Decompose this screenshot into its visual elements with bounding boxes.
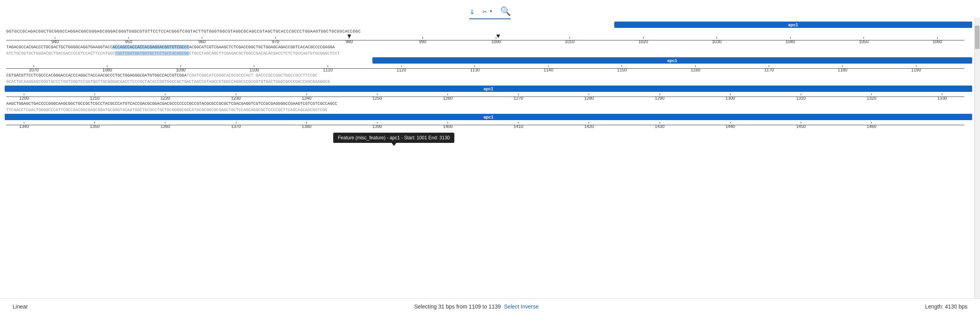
seq-text-row2-top: CGTGACGTTCCTCGCCCACGGGACCACCCAGGCTACCAAC… — [5, 72, 972, 78]
seq-text-row3-top: AAGCTGGAGCTGACCCCGGGCAAGCGGCTGCCGCTCGCCT… — [5, 100, 972, 107]
ruler-row-4: 1340 1350 1360 1370 1380 1390 1400 1410 … — [5, 121, 972, 129]
scrollbar-thumb[interactable] — [975, 26, 980, 49]
feature-track-0: apc1 — [5, 22, 972, 28]
feature-bar-apc1-row1[interactable]: apc1 — [372, 57, 972, 64]
caret-1001 — [496, 35, 500, 38]
status-bar: Linear Selecting 31 bps from 1109 to 113… — [0, 298, 980, 314]
seq-text-row1-bottom: ATCTGCGGTGCTGGGACGCTGACGACCCCGTCCACTTCCA… — [5, 50, 972, 57]
feature-bar-apc1-row3[interactable]: apc1 — [5, 114, 972, 120]
ruler-row-2: 1070 1080 1090 1100 1110 1120 1130 1140 … — [5, 64, 972, 72]
feature-bar-apc1-row2[interactable]: apc1 — [5, 86, 972, 92]
selection-text: Selecting 31 bps from 1109 to 1139 — [414, 303, 501, 310]
feature-track-2: apc1 — [5, 86, 972, 92]
download-icon[interactable]: ⇓ — [469, 6, 474, 17]
feature-track-1: apc1 — [5, 57, 972, 64]
scissors-icon[interactable]: ✂ — [483, 7, 487, 16]
status-center: Selecting 31 bps from 1109 to 1139 Selec… — [414, 303, 539, 310]
seq-group-0: apc1 GGTGCCGCAGACGGCTGCGGGCCAGGACGGCGGGA… — [5, 22, 972, 35]
feature-tooltip: Feature (misc_feature) - apc1 - Start: 1… — [333, 133, 454, 143]
vertical-scrollbar[interactable] — [975, 18, 980, 298]
ruler-row-1: 940 950 960 970 980 990 1000 1010 1020 1… — [5, 36, 972, 44]
seq-text-row3-bottom: TTCGACCTCGACTGGGGCCCGTTCGCCGACGGCGAGCGGA… — [5, 107, 972, 113]
caret-980 — [347, 35, 351, 38]
scissors-dropdown-icon[interactable]: ▼ — [490, 9, 492, 14]
view-mode-label: Linear — [13, 303, 28, 310]
feature-bar-apc1-row0[interactable]: apc1 — [614, 22, 972, 28]
select-inverse-link[interactable]: Select Inverse — [504, 303, 539, 310]
scrollbar-track — [975, 18, 980, 298]
toolbar: ⇓ ✂ ▼ 🔍 — [0, 0, 980, 21]
search-icon[interactable]: 🔍 — [500, 6, 511, 17]
feature-track-3: apc1 — [5, 114, 972, 120]
seq-text-row2-bottom: GCACTGCAAGGAGCGGGTGCCCTGGTGGGTCCGATGGTTG… — [5, 78, 972, 85]
seq-text-row1-top: TAGACGCCACGACCCTGCGACTGCTGGGGCAGGTGAAGGT… — [5, 44, 972, 50]
seq-text-row0-top: GGTGCCGCAGACGGCTGCGGGCCAGGACGGCGGGAGCGGG… — [5, 28, 972, 35]
sequence-viewer: apc1 GGTGCCGCAGACGGCTGCGGGCCAGGACGGCGGGA… — [0, 21, 980, 301]
length-label: Length: 4130 bps — [925, 303, 967, 310]
ruler-row-3: 1200 1210 1220 1230 1240 1250 1260 1270 … — [5, 93, 972, 100]
